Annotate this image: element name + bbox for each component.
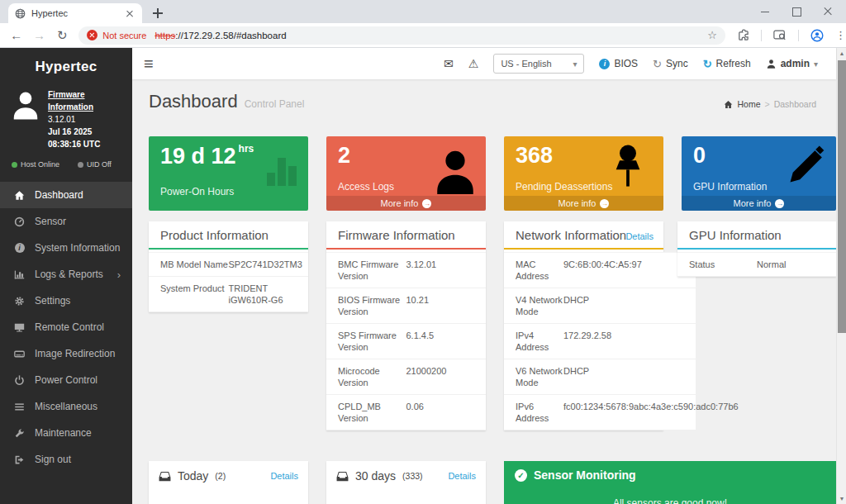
stat-cards-row: 19 d 12hrs Power-On Hours 2 Access Logs …	[149, 136, 836, 211]
power-icon	[13, 374, 26, 387]
host-status[interactable]: Host Online	[12, 160, 59, 169]
new-tab-button[interactable]	[150, 6, 165, 21]
browser-tab[interactable]: Hypertec	[8, 3, 142, 23]
divider	[761, 30, 762, 41]
sidebar-item-settings[interactable]: Settings	[0, 288, 132, 314]
stat-label: GPU Information	[693, 181, 767, 193]
accent-bar	[677, 248, 836, 250]
events-count: (2)	[215, 471, 226, 481]
sidebar-item-logs-reports[interactable]: Logs & Reports ›	[0, 261, 132, 288]
alerts-icon[interactable]: ⚠	[468, 57, 479, 70]
select-caret-icon: ▾	[573, 59, 577, 69]
panel-title: GPU Information	[677, 221, 836, 248]
breadcrumb-home[interactable]: Home	[737, 99, 760, 109]
bios-button[interactable]: i BIOS	[599, 58, 638, 69]
inbox-icon	[336, 470, 349, 483]
table-row: BMC Firmware Version3.12.01	[326, 253, 486, 288]
back-icon[interactable]: ←	[5, 28, 28, 42]
messages-icon[interactable]: ✉	[444, 57, 454, 70]
sidebar-item-sensor[interactable]: Sensor	[0, 208, 132, 235]
globe-icon	[15, 8, 26, 19]
power-on-hours-card[interactable]: 19 d 12hrs Power-On Hours	[149, 136, 308, 211]
scrollbar-thumb[interactable]	[838, 60, 846, 333]
bookmark-star-icon[interactable]: ☆	[707, 29, 717, 41]
sync-button[interactable]: ↻ Sync	[653, 58, 688, 70]
language-select[interactable]: US - English ▾	[493, 54, 584, 74]
user-menu[interactable]: admin ▾	[766, 58, 818, 69]
month-details-link[interactable]: Details	[448, 471, 476, 481]
tab-title: Hypertec	[31, 8, 118, 18]
sidebar-item-remote-control[interactable]: Remote Control	[0, 314, 132, 340]
window-minimize-button[interactable]	[760, 7, 770, 17]
avatar	[10, 88, 41, 121]
page-title: Dashboard	[149, 91, 238, 112]
scroll-up-icon[interactable]: ▲	[837, 50, 846, 56]
sidebar: Hypertec Firmware Information 3.12.01 Ju…	[0, 48, 132, 504]
more-info-link[interactable]: More info→	[682, 196, 836, 211]
sidebar-item-maintenance[interactable]: Maintenance	[0, 420, 132, 446]
today-details-link[interactable]: Details	[270, 471, 298, 481]
table-row: BIOS Firmware Version10.21	[326, 288, 486, 324]
network-details-link[interactable]: Details	[625, 231, 654, 241]
sidebar-item-label: Sensor	[35, 216, 66, 227]
app-topbar: ≡ ✉ ⚠ US - English ▾ i BIOS ↻ Sync ↻	[132, 48, 836, 79]
wrench-icon	[13, 427, 26, 440]
month-events-card: 30 days (333) Details	[326, 461, 486, 504]
firmware-information-panel: Firmware Information BMC Firmware Versio…	[326, 221, 486, 430]
sidebar-item-label: Sign out	[35, 454, 71, 465]
user-name: admin	[781, 58, 810, 69]
sidebar-item-sign-out[interactable]: Sign out	[0, 446, 132, 473]
sidebar-item-dashboard[interactable]: Dashboard	[0, 182, 132, 208]
pending-deassertions-card[interactable]: 368 Pending Deassertions More info→	[504, 136, 663, 211]
more-info-link[interactable]: More info→	[504, 196, 663, 211]
gpu-information-card[interactable]: 0 GPU Information More info→	[682, 136, 836, 211]
arrow-circle-icon: →	[422, 199, 431, 208]
more-info-link[interactable]: More info→	[326, 196, 486, 211]
stat-unit: hrs	[239, 143, 254, 155]
breadcrumb: Home > Dashboard	[724, 99, 816, 109]
scroll-down-icon[interactable]: ▼	[837, 496, 846, 502]
profile-icon[interactable]	[810, 29, 824, 42]
firmware-date: Jul 16 2025 08:38:16 UTC	[48, 126, 124, 150]
window-close-button[interactable]	[823, 7, 833, 17]
address-bar[interactable]: Not secure https://172.29.2.58/#dashboar…	[78, 26, 725, 45]
product-information-panel: Product Information MB Model NameSP2C741…	[149, 221, 308, 312]
uid-status[interactable]: UID Off	[78, 160, 112, 169]
reload-icon[interactable]: ↻	[50, 28, 74, 43]
tab-search-icon[interactable]	[773, 29, 787, 41]
panel-title: Product Information	[149, 221, 308, 248]
sidebar-item-miscellaneous[interactable]: Miscellaneous	[0, 393, 132, 420]
breadcrumb-separator: >	[764, 99, 769, 109]
firmware-information-link[interactable]: Firmware Information	[48, 88, 124, 113]
user-icon	[766, 59, 777, 69]
drive-icon	[13, 348, 26, 360]
not-secure-icon[interactable]	[87, 30, 97, 40]
sidebar-item-image-redirection[interactable]: Image Redirection	[0, 340, 132, 367]
table-row: System ProductTRIDENT iGW610R-G6	[149, 277, 308, 312]
table-row: Microcode Version21000200	[326, 359, 486, 395]
menu-toggle-icon[interactable]: ≡	[144, 55, 154, 74]
url-text[interactable]: https://172.29.2.58/#dashboard	[154, 31, 702, 40]
window-maximize-button[interactable]	[791, 7, 801, 17]
refresh-icon: ↻	[703, 58, 712, 70]
breadcrumb-current: Dashboard	[774, 99, 816, 109]
url-rest: ://172.29.2.58/#dashboard	[175, 31, 286, 40]
sidebar-item-system-information[interactable]: i System Information	[0, 235, 132, 261]
access-logs-card[interactable]: 2 Access Logs More info→	[326, 136, 486, 211]
table-row: IPv4 Address172.29.2.58	[504, 324, 696, 359]
dashboard-content: DashboardControl Panel Home > Dashboard …	[132, 79, 836, 504]
forward-icon[interactable]: →	[28, 28, 51, 42]
tab-close-icon[interactable]	[124, 7, 135, 19]
accent-bar	[504, 248, 663, 250]
chevron-right-icon: ›	[117, 269, 121, 281]
extensions-icon[interactable]	[737, 29, 749, 41]
page-scrollbar[interactable]: ▲ ▼	[836, 48, 846, 504]
pushpin-icon	[607, 143, 649, 189]
panel-title: Network InformationDetails	[504, 221, 663, 248]
browser-menu-icon[interactable]: ⋮	[835, 29, 846, 41]
sidebar-item-label: Settings	[35, 295, 70, 307]
sidebar-item-power-control[interactable]: Power Control	[0, 367, 132, 393]
firmware-version: 3.12.01	[48, 113, 124, 126]
refresh-button[interactable]: ↻ Refresh	[703, 58, 751, 70]
not-secure-label[interactable]: Not secure	[102, 31, 146, 40]
